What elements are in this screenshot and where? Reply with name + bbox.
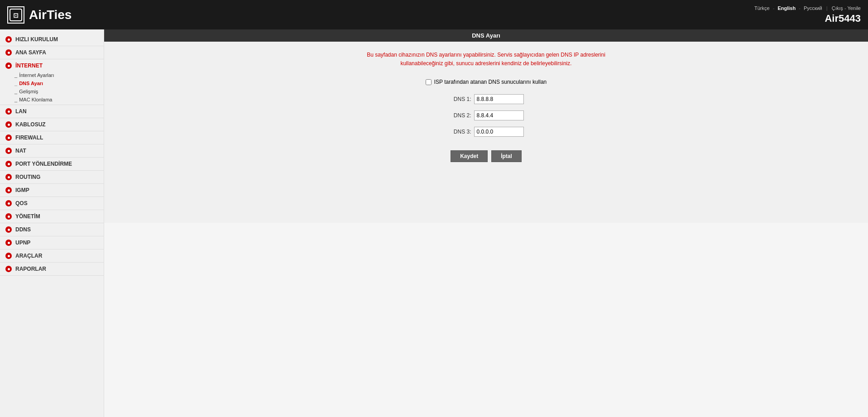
sidebar-item-firewall[interactable]: FIREWALL bbox=[0, 132, 104, 143]
sidebar-label-igmp: IGMP bbox=[15, 187, 29, 193]
divider bbox=[0, 131, 104, 131]
divider bbox=[0, 236, 104, 236]
sidebar-label-yonetim: YÖNETİM bbox=[15, 213, 40, 220]
button-row: Kaydet İptal bbox=[451, 150, 522, 162]
isp-checkbox-row: ISP tarafından atanan DNS sunucularını k… bbox=[426, 79, 547, 85]
sidebar-label-upnp: UPNP bbox=[15, 240, 30, 246]
header-right: Türkçe - English - Русский | Çıkış - Yen… bbox=[754, 5, 861, 24]
isp-checkbox[interactable] bbox=[426, 79, 432, 85]
logout-link[interactable]: Çıkış bbox=[832, 5, 843, 11]
sidebar-item-internet[interactable]: İNTERNET bbox=[0, 60, 104, 71]
dns3-label: DNS 3: bbox=[449, 129, 471, 135]
sidebar-item-igmp[interactable]: IGMP bbox=[0, 185, 104, 196]
sidebar: HIZLI KURULUM ANA SAYFA İNTERNET İnterne… bbox=[0, 29, 104, 417]
dns2-input[interactable] bbox=[474, 110, 524, 120]
dns1-label: DNS 1: bbox=[449, 96, 471, 102]
sidebar-label-nat: NAT bbox=[15, 148, 26, 154]
sidebar-item-raporlar[interactable]: RAPORLAR bbox=[0, 264, 104, 274]
sidebar-subitem-dns-ayari[interactable]: DNS Ayarı bbox=[0, 79, 104, 87]
divider bbox=[0, 46, 104, 46]
sidebar-item-port-yonlendirme[interactable]: PORT YÖNLENDİRME bbox=[0, 158, 104, 169]
save-button[interactable]: Kaydet bbox=[451, 150, 488, 162]
divider bbox=[0, 170, 104, 171]
dns3-row: DNS 3: bbox=[449, 127, 524, 137]
bullet-icon bbox=[5, 226, 12, 233]
bullet-icon bbox=[5, 161, 12, 167]
dns1-input[interactable] bbox=[474, 94, 524, 104]
divider bbox=[0, 223, 104, 223]
bullet-icon bbox=[5, 62, 12, 69]
english-lang-link[interactable]: English bbox=[777, 5, 796, 11]
bullet-icon bbox=[5, 200, 12, 206]
sidebar-label-routing: ROUTING bbox=[15, 174, 40, 180]
divider bbox=[0, 262, 104, 263]
bullet-icon bbox=[5, 49, 12, 56]
sidebar-item-routing[interactable]: ROUTING bbox=[0, 172, 104, 182]
divider bbox=[0, 183, 104, 184]
sidebar-item-nat[interactable]: NAT bbox=[0, 145, 104, 156]
subitem-label-gelismis: Gelişmiş bbox=[19, 89, 38, 94]
main-content: DNS Ayarı Bu sayfadan cihazınızın DNS ay… bbox=[104, 29, 868, 417]
russian-lang-link[interactable]: Русский bbox=[804, 5, 822, 11]
divider bbox=[0, 157, 104, 158]
bullet-icon bbox=[5, 240, 12, 246]
sidebar-label-ana-sayfa: ANA SAYFA bbox=[15, 49, 46, 56]
sidebar-subitem-internet-ayarlari[interactable]: İnternet Ayarları bbox=[0, 71, 104, 79]
airties-logo-icon: ⊡ bbox=[7, 6, 24, 24]
logo-area: ⊡ AirTies bbox=[7, 6, 72, 24]
cancel-button[interactable]: İptal bbox=[491, 150, 522, 162]
sidebar-label-ddns: DDNS bbox=[15, 226, 31, 233]
bullet-icon bbox=[5, 266, 12, 272]
subitem-label-dns-ayari: DNS Ayarı bbox=[19, 81, 43, 86]
divider bbox=[0, 59, 104, 59]
layout: HIZLI KURULUM ANA SAYFA İNTERNET İnterne… bbox=[0, 29, 868, 417]
bullet-icon bbox=[5, 174, 12, 180]
bullet-icon bbox=[5, 213, 12, 220]
sidebar-label-kablosuz: KABLOSUZ bbox=[15, 121, 46, 128]
isp-checkbox-label: ISP tarafından atanan DNS sunucularını k… bbox=[434, 79, 547, 85]
dns-form: ISP tarafından atanan DNS sunucularını k… bbox=[113, 79, 859, 162]
sidebar-label-internet: İNTERNET bbox=[15, 62, 43, 69]
sidebar-item-qos[interactable]: QoS bbox=[0, 198, 104, 209]
sidebar-label-hizli-kurulum: HIZLI KURULUM bbox=[15, 36, 58, 43]
info-line1: Bu sayfadan cihazınızın DNS ayarlarını y… bbox=[367, 52, 605, 58]
dns3-input[interactable] bbox=[474, 127, 524, 137]
divider bbox=[0, 105, 104, 105]
divider bbox=[0, 118, 104, 118]
info-line2: kullanabileceğiniz gibi, sunucu adresler… bbox=[400, 60, 571, 67]
dns2-row: DNS 2: bbox=[449, 110, 524, 120]
sidebar-item-araclar[interactable]: ARAÇLAR bbox=[0, 250, 104, 261]
bullet-icon bbox=[5, 121, 12, 128]
sidebar-subitem-mac-klonlama[interactable]: MAC Klonlama bbox=[0, 96, 104, 104]
logo-text: AirTies bbox=[29, 8, 72, 22]
bullet-icon bbox=[5, 253, 12, 259]
sidebar-item-hizli-kurulum[interactable]: HIZLI KURULUM bbox=[0, 34, 104, 45]
sidebar-item-lan[interactable]: LAN bbox=[0, 106, 104, 117]
bullet-icon bbox=[5, 148, 12, 154]
divider bbox=[0, 144, 104, 144]
sidebar-item-ana-sayfa[interactable]: ANA SAYFA bbox=[0, 47, 104, 58]
dns2-label: DNS 2: bbox=[449, 112, 471, 119]
device-name: Air5443 bbox=[754, 13, 861, 24]
divider bbox=[0, 275, 104, 276]
subitem-label-mac-klonlama: MAC Klonlama bbox=[19, 97, 52, 102]
bullet-icon bbox=[5, 36, 12, 43]
page-title: DNS Ayarı bbox=[472, 32, 500, 39]
language-bar: Türkçe - English - Русский | Çıkış - Yen… bbox=[754, 5, 861, 11]
header: ⊡ AirTies Türkçe - English - Русский | Ç… bbox=[0, 0, 868, 29]
subitem-label-internet-ayarlari: İnternet Ayarları bbox=[19, 72, 54, 78]
sidebar-label-port-yonlendirme: PORT YÖNLENDİRME bbox=[15, 161, 72, 167]
sidebar-item-upnp[interactable]: UPNP bbox=[0, 237, 104, 248]
sidebar-item-yonetim[interactable]: YÖNETİM bbox=[0, 211, 104, 222]
sidebar-item-ddns[interactable]: DDNS bbox=[0, 224, 104, 235]
lang-sep-1: - bbox=[773, 5, 775, 11]
divider bbox=[0, 197, 104, 197]
turkish-lang-link[interactable]: Türkçe bbox=[754, 5, 770, 11]
bullet-icon bbox=[5, 108, 12, 115]
sidebar-item-kablosuz[interactable]: KABLOSUZ bbox=[0, 119, 104, 130]
sidebar-subitem-gelismis[interactable]: Gelişmiş bbox=[0, 87, 104, 96]
refresh-link[interactable]: Yenile bbox=[847, 5, 861, 11]
sidebar-label-lan: LAN bbox=[15, 108, 27, 115]
sidebar-label-firewall: FIREWALL bbox=[15, 134, 43, 141]
sidebar-label-araclar: ARAÇLAR bbox=[15, 253, 42, 259]
